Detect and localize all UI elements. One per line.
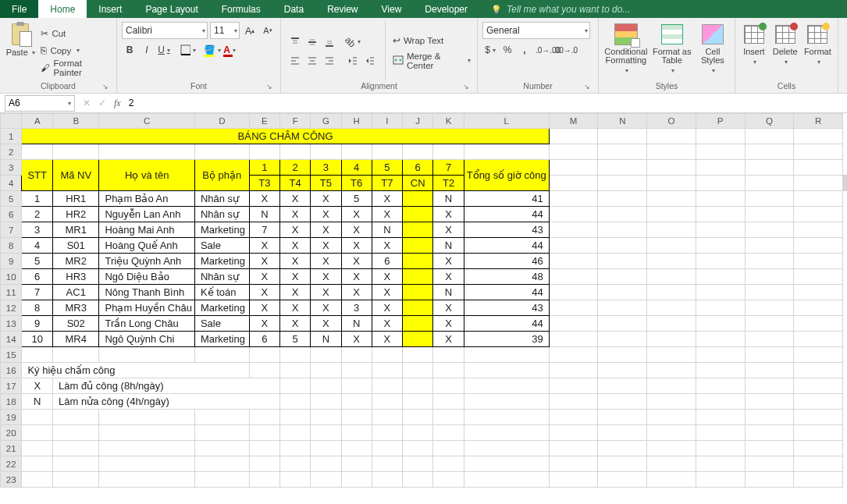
cell[interactable] [249, 441, 279, 456]
cell[interactable] [794, 300, 843, 316]
cell[interactable]: 44 [464, 285, 549, 300]
cell[interactable] [647, 285, 696, 300]
cell[interactable]: X [280, 254, 311, 269]
cell[interactable] [311, 456, 341, 472]
cell[interactable] [311, 347, 341, 363]
enter-formula-button[interactable]: ✓ [98, 98, 106, 108]
cell[interactable]: X [22, 378, 53, 394]
cell[interactable] [647, 316, 696, 332]
cell[interactable] [794, 144, 843, 160]
cell[interactable] [549, 456, 598, 472]
copy-button[interactable]: ⎘Copy▾ [41, 42, 110, 59]
cell[interactable]: Phạm Bảo An [99, 191, 194, 207]
cell[interactable] [794, 285, 843, 300]
hdr-stt[interactable]: STT [22, 160, 53, 191]
cell[interactable]: X [433, 332, 464, 347]
cell-styles-button[interactable]: Cell Styles▾ [696, 20, 730, 80]
cell[interactable]: X [433, 316, 464, 332]
cell[interactable]: X [372, 207, 402, 222]
cell[interactable] [696, 410, 745, 425]
row-header-18[interactable]: 18 [1, 394, 22, 410]
cell[interactable]: X [280, 300, 311, 316]
cell[interactable] [696, 347, 745, 363]
cell[interactable] [745, 394, 794, 410]
tab-developer[interactable]: Developer [413, 0, 479, 18]
cell[interactable] [280, 410, 311, 425]
cell[interactable] [598, 363, 647, 378]
cell[interactable] [311, 394, 341, 410]
col-header-P[interactable]: P [696, 114, 745, 129]
cell[interactable] [598, 316, 647, 332]
cell[interactable]: 41 [464, 191, 549, 207]
alignment-launcher[interactable]: ↘ [461, 81, 472, 92]
cell[interactable] [403, 316, 433, 332]
cell[interactable]: N [433, 285, 464, 300]
col-header-A[interactable]: A [22, 114, 53, 129]
cell[interactable] [403, 441, 433, 456]
cell[interactable] [696, 191, 745, 207]
cell[interactable]: 6 [372, 254, 402, 269]
border-button[interactable]: ▾ [180, 42, 196, 58]
increase-font-button[interactable]: A▴ [242, 23, 258, 38]
cell[interactable] [549, 363, 598, 378]
cell[interactable] [53, 410, 99, 425]
cell[interactable] [647, 300, 696, 316]
cell[interactable] [696, 129, 745, 144]
number-format-select[interactable]: General▾ [482, 22, 590, 39]
cell[interactable]: X [433, 254, 464, 269]
cell[interactable] [598, 269, 647, 285]
cell[interactable]: X [433, 222, 464, 238]
cell[interactable] [311, 441, 341, 456]
cell[interactable] [794, 269, 843, 285]
font-name-select[interactable]: Calibri▾ [122, 22, 208, 39]
cell[interactable]: Hoàng Quế Anh [99, 238, 194, 254]
row-header-5[interactable]: 5 [1, 191, 22, 207]
cell[interactable] [745, 269, 794, 285]
cell[interactable] [794, 332, 843, 347]
cell[interactable]: X [372, 300, 402, 316]
cell[interactable] [696, 160, 745, 176]
cell[interactable] [598, 410, 647, 425]
col-header-D[interactable]: D [194, 114, 249, 129]
cell[interactable] [647, 410, 696, 425]
cell[interactable] [794, 222, 843, 238]
cell[interactable]: X [311, 254, 341, 269]
cell[interactable] [598, 285, 647, 300]
cell[interactable] [745, 300, 794, 316]
row-header-16[interactable]: 16 [1, 363, 22, 378]
cell[interactable]: X [249, 300, 279, 316]
cell[interactable] [53, 472, 99, 488]
cell[interactable] [696, 332, 745, 347]
cell[interactable] [598, 332, 647, 347]
hdr-wd-4[interactable]: T7 [372, 176, 402, 191]
hdr-wd-6[interactable]: T2 [433, 176, 464, 191]
cell[interactable] [598, 394, 647, 410]
cell[interactable] [194, 456, 249, 472]
cell[interactable] [696, 238, 745, 254]
cell[interactable] [249, 410, 279, 425]
cell[interactable] [745, 254, 794, 269]
cell[interactable]: HR1 [53, 191, 99, 207]
cell[interactable]: X [341, 332, 372, 347]
cell[interactable] [433, 456, 464, 472]
cell[interactable]: Trần Long Châu [99, 316, 194, 332]
cell[interactable] [598, 144, 647, 160]
row-header-20[interactable]: 20 [1, 425, 22, 441]
row-header-13[interactable]: 13 [1, 316, 22, 332]
cell[interactable]: 8 [22, 300, 53, 316]
cell[interactable] [549, 394, 598, 410]
cell[interactable] [372, 144, 402, 160]
clipboard-launcher[interactable]: ↘ [100, 81, 111, 92]
cell[interactable] [794, 456, 843, 472]
cell[interactable] [22, 347, 53, 363]
cell[interactable] [249, 425, 279, 441]
cell[interactable] [647, 176, 696, 191]
cell[interactable]: X [433, 269, 464, 285]
cell[interactable] [403, 254, 433, 269]
cell[interactable] [372, 456, 402, 472]
hdr-day-2[interactable]: 3 [311, 160, 341, 176]
cell[interactable] [598, 160, 647, 176]
cell[interactable] [598, 176, 647, 191]
cell[interactable] [549, 222, 598, 238]
col-header-C[interactable]: C [99, 114, 194, 129]
